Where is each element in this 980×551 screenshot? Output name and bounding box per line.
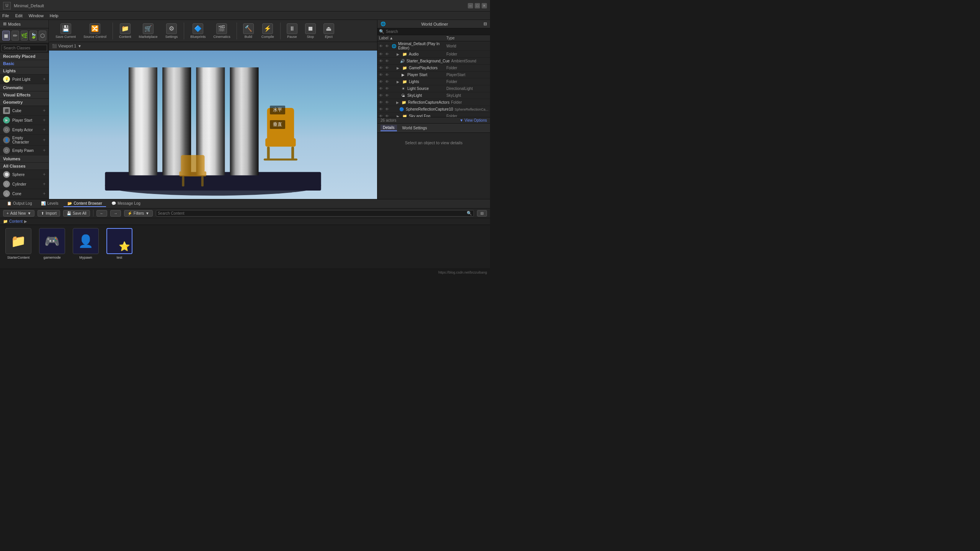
ol-item-audio[interactable]: 👁 👁 ▶ 📁 Audio Folder <box>377 51 490 58</box>
class-item-empty-pawn[interactable]: ⬡ Empty Pawn + <box>0 146 49 155</box>
project-name: Minimal_Default <box>14 3 44 8</box>
search-classes-input[interactable] <box>2 45 47 51</box>
maximize-button[interactable]: □ <box>475 3 480 8</box>
minimize-button[interactable]: ─ <box>468 3 473 8</box>
category-recently-placed[interactable]: Recently Placed <box>0 53 49 60</box>
marketplace-icon: 🛒 <box>143 23 154 34</box>
source-control-button[interactable]: 🔀 Source Control <box>80 22 109 40</box>
category-volumes[interactable]: Volumes <box>0 155 49 163</box>
actor-count: 26 actors <box>381 118 396 122</box>
path-folder-icon: 📁 <box>3 219 8 223</box>
ol-item-lights-folder[interactable]: 👁 👁 ▶ 📁 Lights Folder <box>377 78 490 85</box>
class-item-player-start[interactable]: ▶ Player Start + <box>0 116 49 125</box>
tab-content-browser[interactable]: 📂 Content Browser <box>64 201 106 207</box>
nav-forward-button[interactable]: → <box>110 210 121 217</box>
mode-placement[interactable]: ◼ <box>2 31 10 41</box>
toolbar-separator-2 <box>184 23 184 39</box>
bottom-tabs: 📋 Output Log 📊 Levels 📂 Content Browser … <box>0 199 490 209</box>
save-all-button[interactable]: 💾 Save All <box>63 210 90 217</box>
menu-window[interactable]: Window <box>29 13 44 18</box>
ol-item-gameplay[interactable]: 👁 👁 ▶ 📁 GamePlayActors Folder <box>377 65 490 72</box>
close-button[interactable]: ✕ <box>482 3 487 8</box>
menu-edit[interactable]: Edit <box>15 13 23 18</box>
viewport[interactable]: 水平 垂直 <box>49 51 377 199</box>
filters-button[interactable]: ⚡ Filters ▼ <box>124 210 153 217</box>
tab-message-log[interactable]: 💬 Message Log <box>108 201 144 207</box>
mode-landscape[interactable]: 🌿 <box>21 31 28 41</box>
category-cinematic[interactable]: Cinematic <box>0 84 49 91</box>
class-item-empty-character[interactable]: 👤 Empty Character + <box>0 135 49 146</box>
class-item-point-light[interactable]: 💡 Point Light + <box>0 75 49 84</box>
class-item-cylinder[interactable]: ⬡ Cylinder + <box>0 179 49 189</box>
view-options-button[interactable]: ▼ View Options <box>460 118 487 122</box>
category-visual-effects[interactable]: Visual Effects <box>0 91 49 99</box>
path-content[interactable]: Content <box>9 219 23 223</box>
add-icon: + <box>7 211 9 215</box>
stop-button[interactable]: ⏹ Stop <box>302 22 319 40</box>
status-url: https://blog.csdn.net/brzzuibang <box>438 271 487 274</box>
add-new-button[interactable]: + Add New ▼ <box>3 210 34 217</box>
content-search-input[interactable] <box>158 211 467 215</box>
menu-help[interactable]: Help <box>50 13 59 18</box>
outliner-expand[interactable]: ⊟ <box>483 21 487 26</box>
save-current-button[interactable]: 💾 Save Current <box>52 22 79 40</box>
content-item-gamemode[interactable]: 🎮 gamemode <box>37 228 67 266</box>
settings-button[interactable]: ⚙ Settings <box>162 22 181 40</box>
compile-button[interactable]: ⚡ Compile <box>258 22 277 40</box>
category-geometry[interactable]: Geometry <box>0 99 49 106</box>
viewport-label-hz: 水平 <box>270 106 285 114</box>
cinematics-button[interactable]: 🎬 Cinematics <box>210 22 234 40</box>
toolbar-separator-1 <box>113 23 113 39</box>
class-item-sphere[interactable]: ⚪ Sphere + <box>0 170 49 179</box>
ol-item-world[interactable]: 👁 👁 🌐 Minimal_Default (Play In Editor) W… <box>377 41 490 51</box>
category-lights[interactable]: Lights <box>0 67 49 75</box>
col-label[interactable]: Label ▲ <box>379 36 446 40</box>
svg-rect-9 <box>291 147 294 160</box>
content-item-starter[interactable]: 📁 StarterContent <box>3 228 34 266</box>
class-item-cone[interactable]: △ Cone + <box>0 189 49 199</box>
mode-paint[interactable]: ✏ <box>11 31 19 41</box>
viewport-dropdown[interactable]: ▼ <box>78 44 82 48</box>
menu-file[interactable]: File <box>2 13 9 18</box>
filters-icon: ⚡ <box>127 211 132 215</box>
category-basic[interactable]: Basic <box>0 60 49 67</box>
eject-button[interactable]: ⏏ Eject <box>320 22 337 40</box>
svg-rect-11 <box>181 155 205 172</box>
col-type[interactable]: Type <box>446 36 488 40</box>
tab-world-settings[interactable]: World Settings <box>400 125 430 131</box>
toolbar: 💾 Save Current 🔀 Source Control 📁 Conten… <box>49 20 377 42</box>
ol-item-light-source[interactable]: 👁 👁 ☀ Light Source DirectionalLight <box>377 85 490 92</box>
modes-icon: ⊞ <box>3 21 7 26</box>
ol-item-sky-fog-folder[interactable]: 👁 👁 ▶ 📁 Sky and Fog Folder <box>377 113 490 117</box>
blueprints-button[interactable]: 🔷 Blueprints <box>187 22 209 40</box>
nav-back-button[interactable]: ← <box>96 210 107 217</box>
svg-rect-5 <box>230 67 259 175</box>
build-label: Build <box>245 35 252 39</box>
viewport-icon: ⬛ <box>52 44 57 48</box>
category-all-classes[interactable]: All Classes <box>0 163 49 170</box>
tab-details[interactable]: Details <box>381 125 397 131</box>
outliner-search-input[interactable] <box>386 29 488 34</box>
content-button[interactable]: 📁 Content <box>116 22 134 40</box>
blueprints-label: Blueprints <box>190 35 206 39</box>
ol-item-skylight[interactable]: 👁 👁 🌤 SkyLight SkyLight <box>377 92 490 99</box>
mode-foliage[interactable]: 🍃 <box>29 31 37 41</box>
build-button[interactable]: 🔨 Build <box>240 22 257 40</box>
ol-item-sphere-reflection[interactable]: 👁 👁 🔵 SphereReflectionCapture10 SphereRe… <box>377 106 490 113</box>
ol-item-player-start[interactable]: 👁 👁 ▶ Player Start PlayerStart <box>377 72 490 78</box>
tab-output-log[interactable]: 📋 Output Log <box>3 201 36 207</box>
import-button[interactable]: ⬆ Import <box>38 210 60 217</box>
content-item-mypawn[interactable]: 👤 Mypawn <box>70 228 101 266</box>
ol-item-reflection-folder[interactable]: 👁 👁 ▶ 📁 ReflectionCaptureActors Folder <box>377 99 490 106</box>
marketplace-button[interactable]: 🛒 Marketplace <box>136 22 161 40</box>
outliner-columns: Label ▲ Type <box>377 35 490 41</box>
class-item-cube[interactable]: ⬛ Cube + <box>0 106 49 116</box>
outliner-icon: 🌐 <box>381 21 386 26</box>
pause-button[interactable]: ⏸ Pause <box>284 22 301 40</box>
mode-geometry[interactable]: ⬡ <box>39 31 46 41</box>
tab-levels[interactable]: 📊 Levels <box>37 201 62 207</box>
ol-item-starter-bg[interactable]: 👁 👁 🔊 Starter_Background_Cue AmbientSoun… <box>377 58 490 65</box>
collapse-button[interactable]: ⊟ <box>477 210 487 217</box>
class-item-empty-actor[interactable]: ⬡ Empty Actor + <box>0 125 49 135</box>
content-item-test[interactable]: ⭐ test <box>104 228 135 266</box>
